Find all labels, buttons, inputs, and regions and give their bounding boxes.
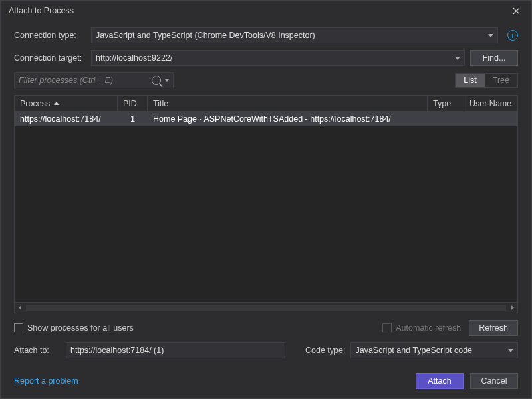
info-icon[interactable]: i	[507, 30, 518, 41]
connection-type-label: Connection type:	[14, 31, 86, 40]
view-list-toggle[interactable]: List	[456, 74, 484, 87]
connection-target-value: http://localhost:9222/	[96, 53, 172, 63]
show-all-users-checkbox[interactable]: Show processes for all users	[14, 323, 134, 333]
column-user[interactable]: User Name	[464, 96, 517, 111]
attach-to-row: Attach to: https://localhost:7184/ (1) C…	[14, 342, 518, 358]
filter-placeholder: Filter processes (Ctrl + E)	[19, 76, 152, 85]
view-tree-toggle[interactable]: Tree	[485, 74, 517, 87]
attach-button[interactable]: Attach	[416, 373, 464, 389]
filter-input[interactable]: Filter processes (Ctrl + E)	[14, 72, 174, 88]
code-type-dropdown[interactable]: JavaScript and TypeScript code	[350, 342, 518, 358]
options-row: Show processes for all users Automatic r…	[14, 320, 518, 336]
code-type-value: JavaScript and TypeScript code	[355, 346, 472, 355]
refresh-button[interactable]: Refresh	[469, 320, 518, 336]
close-icon	[513, 7, 520, 15]
report-problem-link[interactable]: Report a problem	[14, 376, 78, 386]
connection-target-row: Connection target: http://localhost:9222…	[14, 50, 518, 66]
checkbox-icon	[382, 323, 392, 332]
column-process[interactable]: Process	[15, 96, 118, 111]
checkbox-icon	[14, 323, 23, 332]
attach-to-field[interactable]: https://localhost:7184/ (1)	[66, 342, 285, 358]
connection-target-label: Connection target:	[14, 53, 86, 63]
process-table: Process PID Title Type User Name https:/…	[14, 95, 518, 313]
code-type-label: Code type:	[305, 346, 345, 355]
footer: Report a problem Attach Cancel	[14, 373, 518, 389]
titlebar: Attach to Process	[1, 1, 531, 21]
table-header: Process PID Title Type User Name	[15, 96, 517, 112]
view-toggle: List Tree	[455, 73, 518, 88]
connection-type-value: JavaScript and TypeScript (Chrome DevToo…	[96, 31, 315, 40]
scroll-left-icon[interactable]	[15, 303, 25, 313]
cancel-button[interactable]: Cancel	[470, 373, 518, 389]
chevron-down-icon	[165, 79, 169, 82]
close-button[interactable]	[505, 2, 527, 19]
automatic-refresh-checkbox: Automatic refresh	[382, 323, 461, 333]
dialog-body: Connection type: JavaScript and TypeScri…	[1, 21, 531, 398]
connection-type-row: Connection type: JavaScript and TypeScri…	[14, 27, 518, 43]
cell-pid: 1	[118, 114, 148, 124]
column-title[interactable]: Title	[148, 96, 428, 111]
search-icon	[152, 76, 161, 85]
cell-title: Home Page - ASPNetCoreWithTSAdded - http…	[148, 114, 428, 124]
scroll-track[interactable]	[26, 305, 506, 311]
column-pid[interactable]: PID	[118, 96, 148, 111]
window-title: Attach to Process	[9, 6, 74, 15]
chevron-down-icon	[508, 349, 513, 352]
connection-target-dropdown[interactable]: http://localhost:9222/	[91, 50, 465, 66]
column-type[interactable]: Type	[428, 96, 464, 111]
attach-to-value: https://localhost:7184/ (1)	[70, 346, 164, 355]
horizontal-scrollbar[interactable]	[15, 302, 517, 313]
filter-row: Filter processes (Ctrl + E) List Tree	[14, 72, 518, 88]
chevron-down-icon	[488, 34, 493, 37]
cell-process: https://localhost:7184/	[15, 114, 118, 124]
table-body: https://localhost:7184/ 1 Home Page - AS…	[15, 112, 517, 302]
attach-to-label: Attach to:	[14, 346, 61, 355]
find-button[interactable]: Find...	[470, 50, 518, 66]
connection-type-dropdown[interactable]: JavaScript and TypeScript (Chrome DevToo…	[91, 27, 498, 43]
table-row[interactable]: https://localhost:7184/ 1 Home Page - AS…	[15, 112, 517, 126]
attach-to-process-dialog: Attach to Process Connection type: JavaS…	[0, 0, 532, 399]
chevron-down-icon	[455, 57, 460, 60]
scroll-right-icon[interactable]	[507, 303, 517, 313]
